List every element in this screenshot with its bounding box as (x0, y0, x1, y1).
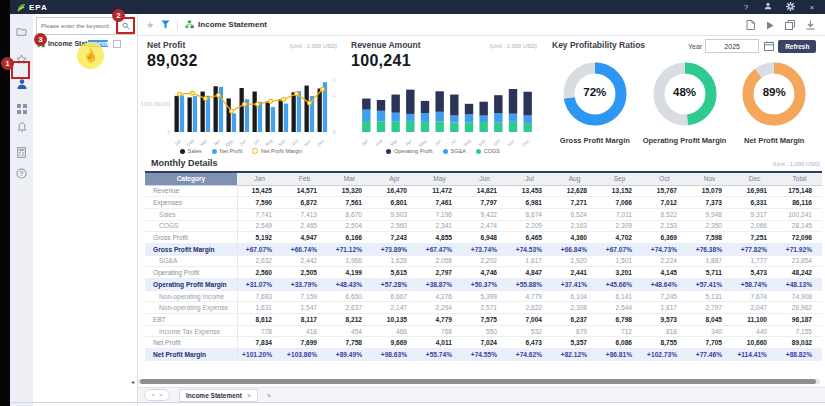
svg-text:?: ? (20, 169, 24, 176)
user-icon[interactable] (763, 2, 773, 12)
table-cell: 5,711 (687, 267, 732, 279)
table-cell: 1,777 (732, 255, 777, 267)
search-input[interactable] (37, 23, 118, 29)
sidebar-item-dashboard[interactable] (10, 101, 33, 117)
monthly-table: CategoryJanFebMarAprMayJunJulAugSepOctNo… (145, 171, 822, 361)
row-label: SG&A (145, 255, 237, 267)
table-cell: 6,104 (552, 290, 597, 302)
save-report-icon[interactable] (746, 16, 755, 34)
table-cell: 23,854 (777, 255, 822, 267)
table-cell: 5,192 (237, 232, 282, 244)
scroll-left-icon[interactable]: ◄ (130, 379, 135, 385)
scrollbar-thumb[interactable] (140, 379, 816, 384)
table-cell: +89.49% (327, 349, 372, 361)
click-indicator: ☝ (77, 42, 104, 69)
stack-segment-COGS (509, 122, 517, 132)
stack-segment-SG&A (479, 116, 487, 122)
table-cell: 6,667 (372, 290, 417, 302)
table-cell: +101.20% (237, 349, 282, 361)
bottom-tabbar: < > Income Statement × × (138, 387, 825, 402)
table-cell: +57.41% (687, 279, 732, 291)
table-cell: 7,155 (777, 325, 822, 337)
toolbar-separator (177, 20, 178, 30)
help-icon[interactable]: ? (741, 3, 751, 12)
donut-value: 72% (550, 86, 640, 98)
monthly-details-title: Monthly Details (147, 158, 218, 168)
horizontal-scrollbar[interactable] (138, 379, 820, 384)
content-toolbar: ★ Income Statement (138, 14, 825, 36)
app-logo: EPA (17, 3, 48, 12)
run-play-icon[interactable] (766, 16, 774, 34)
stack-segment-SG&A (435, 112, 443, 122)
extra-close-icon[interactable]: × (267, 392, 271, 399)
table-row: Income Tax Expense7784184544667685505328… (145, 325, 822, 337)
export-copy-icon[interactable] (785, 16, 795, 34)
table-cell: +73.89% (372, 243, 417, 255)
table-cell: 4,855 (417, 232, 462, 244)
bar-sales (240, 88, 244, 132)
sidebar-item-help[interactable]: ? (10, 165, 33, 181)
table-row: Gross Profit Margin+67.07%+66.74%+71.12%… (145, 243, 822, 255)
calendar-icon[interactable] (762, 40, 775, 53)
sidebar-item-folder[interactable] (10, 23, 33, 39)
stack-segment-COGS (391, 121, 399, 132)
row-label: Gross Profit (145, 232, 237, 244)
net-profit-title: Net Profit (147, 40, 185, 50)
tree-panel: Income Statement (33, 14, 138, 406)
legend-item[interactable]: Sales (180, 148, 202, 154)
favorite-star-icon[interactable]: ★ (146, 20, 154, 30)
legend-item[interactable]: Net Profit (212, 148, 243, 154)
settings-gear-icon[interactable] (785, 2, 795, 13)
column-header: Sep (597, 172, 642, 185)
table-cell: +48.13% (777, 279, 822, 291)
legend-item[interactable]: COGS (476, 148, 500, 154)
table-cell: 48,242 (777, 267, 822, 279)
table-cell: 13,453 (507, 185, 552, 197)
table-cell: 4,746 (462, 267, 507, 279)
annotation-badge-2: 2 (112, 9, 125, 22)
table-cell: 6,237 (552, 314, 597, 326)
year-input[interactable] (705, 39, 759, 53)
tab-close-icon[interactable]: × (247, 392, 251, 399)
table-cell: 778 (237, 325, 282, 337)
table-cell: +82.12% (552, 349, 597, 361)
table-cell: 86,116 (777, 197, 822, 209)
row-label: Non-operating Income (145, 290, 237, 302)
table-cell: 6,798 (597, 314, 642, 326)
tab-prev-icon[interactable]: < (151, 392, 155, 398)
hand-cursor-icon: ☝ (81, 47, 100, 65)
legend-item[interactable]: Net Profit Margin (252, 148, 302, 154)
bar-net-profit (232, 113, 236, 132)
table-cell: 2,224 (642, 255, 687, 267)
stack-segment-Operating Profit (406, 90, 414, 114)
table-cell: 6,369 (642, 232, 687, 244)
sidebar-item-calculator[interactable] (10, 144, 33, 160)
table-cell: 7,834 (237, 337, 282, 349)
table-cell: 72,096 (777, 232, 822, 244)
legend-item[interactable]: SG&A (443, 148, 466, 154)
table-cell: 7,004 (507, 314, 552, 326)
stack-segment-COGS (421, 122, 429, 132)
row-label: Net Profit Margin (145, 349, 237, 361)
table-cell: 6,801 (372, 197, 417, 209)
stack-segment-SG&A (494, 113, 502, 123)
close-window-icon[interactable]: × (807, 3, 817, 12)
table-cell: +67.07% (237, 243, 282, 255)
table-cell: 1,617 (507, 255, 552, 267)
legend-item[interactable]: Operating Profit (386, 148, 433, 154)
download-icon[interactable] (806, 16, 815, 34)
sidebar-item-notifications[interactable] (10, 119, 33, 135)
table-cell: 440 (732, 325, 777, 337)
popup-square-icon[interactable] (113, 40, 121, 48)
year-label: Year (688, 43, 702, 50)
bar-net-profit (271, 107, 275, 132)
refresh-button[interactable]: Refresh (778, 40, 816, 53)
tab-next-icon[interactable]: > (159, 392, 163, 398)
table-cell: +31.07% (237, 279, 282, 291)
revenue-title: Revenue Amount (351, 40, 421, 50)
table-cell: 4,360 (552, 232, 597, 244)
tab-income-statement[interactable]: Income Statement × (179, 389, 258, 402)
table-cell: 7,575 (462, 314, 507, 326)
column-header: Dec (732, 172, 777, 185)
filter-icon[interactable] (161, 20, 170, 29)
